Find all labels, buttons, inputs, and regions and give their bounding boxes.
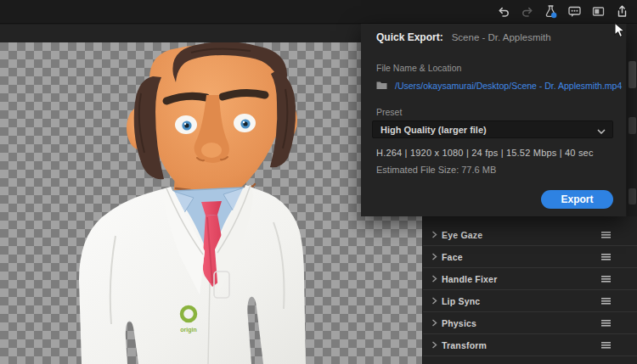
behavior-row-transform[interactable]: Transform [423, 334, 637, 356]
quick-export-scene-name: Scene - Dr. Applesmith [452, 32, 551, 42]
redo-icon[interactable] [520, 4, 534, 19]
export-button[interactable]: Export [541, 190, 613, 209]
behavior-label: Lip Sync [442, 296, 480, 306]
chevron-right-icon[interactable] [431, 253, 442, 260]
chevron-right-icon[interactable] [431, 341, 442, 349]
behavior-menu-icon[interactable] [601, 254, 611, 260]
scrollbar-thumb[interactable] [629, 117, 636, 134]
export-share-icon[interactable] [615, 4, 629, 19]
scene-viewport[interactable]: origin [0, 42, 422, 364]
file-name-location-label: File Name & Location [376, 63, 461, 73]
behavior-row-eye-gaze[interactable]: Eye Gaze [423, 224, 637, 246]
character-face [134, 42, 296, 200]
character-illustration[interactable]: origin [0, 42, 422, 364]
behavior-menu-icon[interactable] [601, 232, 611, 238]
export-specs-text: H.264 | 1920 x 1080 | 24 fps | 15.52 Mbp… [376, 148, 594, 158]
svg-text:origin: origin [180, 327, 196, 333]
panel-scrollbar[interactable] [627, 24, 637, 216]
behavior-label: Handle Fixer [442, 274, 497, 284]
chevron-right-icon[interactable] [431, 297, 442, 305]
chevron-right-icon[interactable] [431, 319, 442, 327]
behavior-label: Face [442, 252, 463, 262]
behavior-row-lip-sync[interactable]: Lip Sync [423, 290, 637, 312]
behavior-row-face[interactable]: Face [423, 246, 637, 268]
top-toolbar [0, 0, 637, 24]
experimental-flask-icon[interactable] [544, 4, 558, 19]
character-animator-window: origin Eye Gaze Face [0, 0, 637, 364]
behavior-menu-icon[interactable] [601, 342, 611, 349]
quick-export-popup: Quick Export:Scene - Dr. Applesmith File… [361, 24, 626, 216]
character-lab-coat: origin [79, 185, 306, 364]
preset-selected-value: High Quality (larger file) [381, 125, 597, 135]
comments-icon[interactable] [567, 4, 582, 19]
preset-label: Preset [376, 107, 402, 117]
panel-layout-icon[interactable] [591, 4, 606, 19]
quick-export-title-label: Quick Export: [376, 31, 443, 43]
behavior-label: Eye Gaze [442, 230, 482, 240]
behavior-row-physics[interactable]: Physics [423, 312, 637, 334]
behavior-menu-icon[interactable] [601, 320, 611, 327]
scene-panel-header [0, 25, 422, 43]
quick-export-title: Quick Export:Scene - Dr. Applesmith [376, 31, 551, 43]
chevron-right-icon[interactable] [431, 231, 442, 238]
behavior-menu-icon[interactable] [601, 298, 611, 305]
chevron-down-icon [597, 122, 606, 137]
scrollbar-thumb[interactable] [629, 188, 636, 204]
behavior-list: Eye Gaze Face Handle Fixer [423, 224, 637, 356]
undo-icon[interactable] [496, 4, 510, 19]
preset-dropdown[interactable]: High Quality (larger file) [372, 120, 613, 138]
behavior-row-handle-fixer[interactable]: Handle Fixer [423, 268, 637, 290]
chevron-right-icon[interactable] [431, 275, 442, 283]
behavior-label: Physics [442, 318, 476, 328]
behavior-menu-icon[interactable] [601, 276, 611, 283]
scrollbar-thumb[interactable] [629, 61, 636, 88]
file-path-row: /Users/okaysamurai/Desktop/Scene - Dr. A… [376, 78, 622, 93]
file-path-link[interactable]: /Users/okaysamurai/Desktop/Scene - Dr. A… [395, 81, 622, 91]
behavior-label: Transform [442, 340, 487, 350]
estimated-file-size-text: Estimated File Size: 77.6 MB [376, 165, 496, 175]
folder-icon [376, 78, 387, 93]
